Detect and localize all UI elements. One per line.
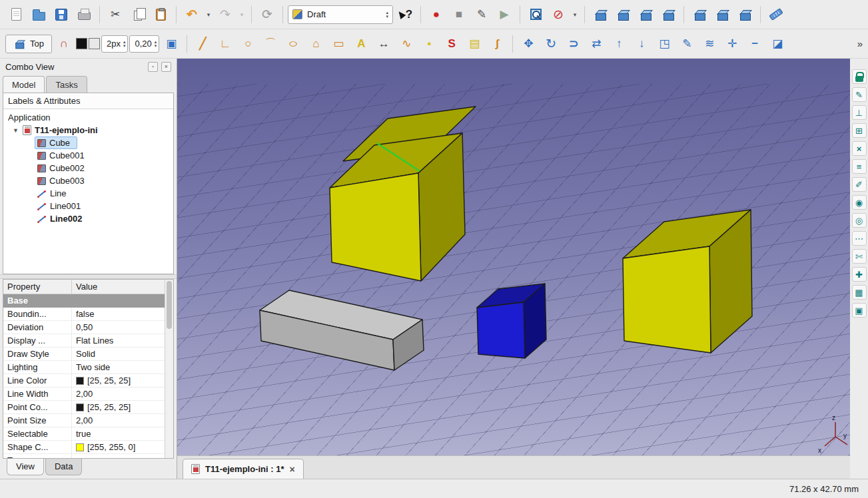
- property-row[interactable]: T...: [3, 454, 165, 458]
- draft-facebinder-button[interactable]: ▤: [464, 33, 485, 55]
- property-row[interactable]: Lighting Two side: [3, 361, 165, 374]
- macro-record-button[interactable]: ●: [426, 4, 447, 25]
- redo-button[interactable]: ↷: [215, 4, 236, 25]
- property-row[interactable]: Line Width 2,00: [3, 387, 165, 401]
- macro-edit-button[interactable]: ✎: [471, 4, 492, 25]
- expander-icon[interactable]: ▼: [13, 127, 19, 134]
- draft-move-button[interactable]: ✥: [518, 33, 539, 55]
- spin-down-icon[interactable]: ▾: [386, 15, 388, 19]
- close-document-icon[interactable]: ×: [289, 464, 294, 475]
- yellow-cube-pair[interactable]: [330, 107, 476, 281]
- property-name-cell[interactable]: Lighting: [3, 361, 72, 374]
- property-group-base[interactable]: Base: [3, 294, 165, 308]
- property-value-cell[interactable]: false: [72, 308, 165, 320]
- property-name-cell[interactable]: Boundin...: [3, 308, 72, 320]
- line-color-swatch[interactable]: [76, 33, 87, 55]
- tree-item-line001[interactable]: Line001: [3, 200, 173, 212]
- draft-point-button[interactable]: ●: [418, 33, 440, 55]
- property-value-cell[interactable]: true: [72, 427, 165, 440]
- property-name-cell[interactable]: Selectable: [3, 427, 72, 440]
- property-row[interactable]: Line Color [25, 25, 25]: [3, 374, 165, 387]
- property-row[interactable]: Point Co... [25, 25, 25]: [3, 401, 165, 414]
- view-axonometric-button[interactable]: [590, 4, 611, 25]
- property-row[interactable]: Selectable true: [3, 427, 165, 441]
- draft-ellipse-button[interactable]: ○: [282, 33, 304, 55]
- construction-mode-button[interactable]: ▣: [161, 33, 182, 55]
- line-width-spinner[interactable]: ▴▾: [123, 40, 126, 48]
- blue-cube[interactable]: [477, 284, 546, 358]
- pencil-button[interactable]: ✐: [852, 177, 867, 192]
- value-column-header[interactable]: Value: [72, 280, 165, 294]
- draft-trimex-button[interactable]: ⇄: [586, 33, 607, 55]
- draft-bezier-button[interactable]: ʃ: [486, 33, 508, 55]
- draft-arc-button[interactable]: ⌒: [260, 33, 281, 55]
- tab-data[interactable]: Data: [45, 459, 82, 475]
- 3d-viewport[interactable]: z y x: [177, 59, 850, 455]
- tab-tasks[interactable]: Tasks: [46, 76, 87, 93]
- draft-shapestring-button[interactable]: S: [441, 33, 462, 55]
- view-right-button[interactable]: [657, 4, 679, 25]
- tab-view[interactable]: View: [7, 459, 44, 475]
- spin-down-icon[interactable]: ▾: [123, 44, 126, 48]
- whats-this-button[interactable]: ?: [394, 4, 416, 25]
- property-name-cell[interactable]: T...: [3, 454, 72, 458]
- tree-document[interactable]: ▼ T11-ejemplo-ini: [3, 124, 173, 136]
- property-value-cell[interactable]: [25, 25, 25]: [72, 401, 165, 413]
- add-button[interactable]: ✚: [852, 267, 867, 282]
- draw-style-button[interactable]: ⊘: [548, 4, 569, 25]
- tree-item-cube003[interactable]: Cube003: [3, 174, 173, 187]
- property-row[interactable]: Draw Style Solid: [3, 348, 165, 361]
- float-panel-button[interactable]: ▫: [148, 62, 158, 72]
- tree-item-cube001[interactable]: Cube001: [3, 149, 173, 162]
- draft-upgrade-button[interactable]: ↑: [608, 33, 630, 55]
- tab-model[interactable]: Model: [3, 76, 45, 93]
- draft-downgrade-button[interactable]: ↓: [631, 33, 652, 55]
- more-options-button[interactable]: ⋯: [852, 231, 867, 246]
- workbench-spinner[interactable]: ▴▾: [386, 11, 388, 19]
- draft-line-button[interactable]: ╱: [192, 33, 213, 55]
- property-name-cell[interactable]: Point Size: [3, 414, 72, 427]
- property-row[interactable]: Deviation 0,50: [3, 321, 165, 334]
- face-color-swatch[interactable]: [89, 33, 100, 55]
- print-button[interactable]: [73, 4, 95, 25]
- property-value-cell[interactable]: [25, 25, 25]: [72, 374, 165, 387]
- delete-button[interactable]: ×: [852, 141, 867, 156]
- shape-2d-view-button[interactable]: ◪: [767, 33, 788, 55]
- draft-circle-button[interactable]: ○: [237, 33, 258, 55]
- macro-play-button[interactable]: ▶: [494, 4, 515, 25]
- document-tab[interactable]: T11-ejemplo-ini : 1* ×: [183, 459, 304, 479]
- gray-box[interactable]: [260, 290, 424, 370]
- property-name-cell[interactable]: Line Width: [3, 387, 72, 400]
- draft-text-button[interactable]: A: [350, 33, 372, 55]
- view-top-button[interactable]: [635, 4, 656, 25]
- layers-button[interactable]: ≡: [852, 159, 867, 174]
- working-plane-button[interactable]: Top: [5, 35, 52, 53]
- snap-toggle-button[interactable]: ∩: [53, 33, 75, 55]
- cut-button[interactable]: ✂: [105, 4, 126, 25]
- lock-button[interactable]: [852, 69, 867, 84]
- draft-polygon-button[interactable]: ⌂: [305, 33, 326, 55]
- split-button[interactable]: ✄: [852, 249, 867, 264]
- property-scrollbar[interactable]: [165, 280, 173, 458]
- paste-button[interactable]: [150, 4, 171, 25]
- tree-item-line002[interactable]: Line002: [3, 212, 173, 225]
- view-left-button[interactable]: [734, 4, 755, 25]
- property-row[interactable]: Shape C... [255, 255, 0]: [3, 441, 165, 454]
- refresh-button[interactable]: ⟳: [256, 4, 278, 25]
- draft-offset-button[interactable]: ⊃: [563, 33, 584, 55]
- draft-scale-button[interactable]: ◳: [653, 33, 675, 55]
- property-row[interactable]: Point Size 2,00: [3, 414, 165, 427]
- tree-root-application[interactable]: Application: [3, 111, 173, 124]
- property-value-cell[interactable]: Flat Lines: [72, 334, 165, 347]
- property-name-cell[interactable]: Line Color: [3, 374, 72, 387]
- close-panel-button[interactable]: ×: [161, 62, 171, 72]
- perpendicular-button[interactable]: ⊥: [852, 105, 867, 120]
- draft-edit-button[interactable]: ✎: [676, 33, 697, 55]
- property-value-cell[interactable]: Two side: [72, 361, 165, 374]
- property-row[interactable]: Display ... Flat Lines: [3, 334, 165, 348]
- property-name-cell[interactable]: Display ...: [3, 334, 72, 347]
- draft-bspline-button[interactable]: ∿: [396, 33, 417, 55]
- box-zoom-button[interactable]: [525, 4, 546, 25]
- property-value-cell[interactable]: 0,50: [72, 321, 165, 334]
- view-front-button[interactable]: [612, 4, 634, 25]
